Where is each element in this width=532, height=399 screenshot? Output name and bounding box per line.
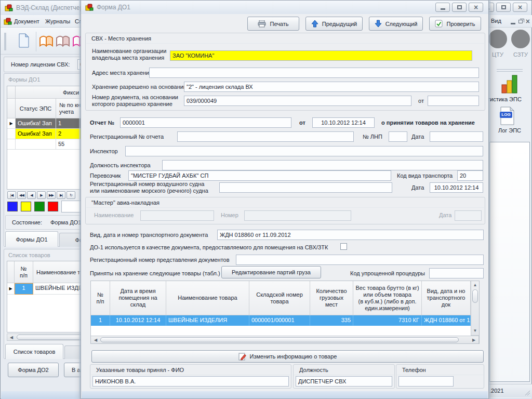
shortcut-sztu[interactable]: СЗТУ — [509, 29, 532, 66]
status-cell[interactable]: Ошибка! Зап — [16, 118, 56, 129]
menu-document[interactable]: Документ — [14, 18, 39, 24]
scroll-left-icon[interactable] — [92, 337, 99, 343]
nav-prior-button[interactable]: ◀ — [27, 191, 36, 199]
carrier-field[interactable]: "МИСТЕР ГУДБАЙ АХБК" СП — [128, 170, 391, 181]
simplified-code-field[interactable] — [429, 268, 484, 278]
dialog-titlebar[interactable]: Форма ДО1 — [81, 1, 488, 14]
nav-next-button[interactable]: ▶ — [37, 191, 46, 199]
vscroll-thumb[interactable] — [472, 289, 478, 303]
awb-number-field[interactable] — [244, 210, 351, 221]
receiver-phone-field[interactable] — [398, 376, 454, 387]
cell-warehouse-num[interactable]: 0000001/000001 — [249, 315, 310, 326]
cell-cargo-places[interactable]: 335 — [310, 315, 353, 326]
main-maximize-button[interactable] — [496, 3, 511, 12]
menu-journals[interactable]: Журналы — [45, 18, 70, 24]
legend-green[interactable] — [34, 202, 45, 211]
journal-orange-button[interactable] — [39, 34, 54, 47]
legend-red[interactable] — [48, 202, 58, 211]
reg-docs-field[interactable] — [236, 255, 484, 265]
reg-date-field[interactable] — [430, 131, 483, 142]
permit-doc-date-field[interactable] — [428, 96, 479, 106]
legend-yellow[interactable] — [21, 202, 31, 211]
org-field[interactable]: ЗАО "КОМИНА" — [170, 50, 472, 61]
dialog-close-button[interactable] — [469, 3, 483, 12]
cell-num[interactable]: 1 — [91, 315, 110, 326]
new-document-button[interactable] — [14, 30, 34, 51]
transport-code-field[interactable]: 20 — [457, 170, 483, 181]
tool-log[interactable]: LOG Лог ЭПС — [487, 107, 532, 139]
cell-gross-weight[interactable]: 7310 КГ — [353, 315, 422, 326]
inspector-post-field[interactable] — [162, 160, 483, 170]
resize-grip-icon[interactable] — [524, 390, 530, 396]
print-button[interactable]: Печать — [247, 17, 299, 31]
goods-grid-col-num[interactable]: № п/п — [15, 261, 33, 283]
reg-number-field[interactable] — [177, 131, 354, 142]
tool-statistics[interactable]: тистика ЭПС — [487, 73, 532, 104]
report-number-field[interactable]: 0000001 — [120, 117, 291, 128]
hscroll-thumb[interactable] — [100, 337, 459, 342]
scroll-right-icon[interactable] — [471, 337, 477, 343]
tab-goods-list[interactable]: Список товаров — [5, 344, 63, 359]
lnp-field[interactable] — [389, 131, 407, 142]
basis-field[interactable]: "2" - лицензия склада ВХ — [184, 82, 479, 92]
forms-grid-col-status[interactable]: Статус ЭПС — [16, 99, 56, 118]
sidebar-splitter[interactable] — [497, 69, 523, 72]
goods-table-row-1[interactable]: 1 10.10.2012 12:14 ШВЕЙНЫЕ ИЗДЕЛИЯ 00000… — [91, 315, 479, 326]
col-gross-weight[interactable]: Вес товара брутто (в кг) или объем товар… — [353, 281, 422, 315]
num-cell[interactable]: 1 — [15, 283, 33, 295]
mdi-minimize-icon[interactable] — [511, 23, 515, 24]
chart-icon — [500, 73, 521, 95]
edit-cargo-parties-button[interactable]: Редактирование партий груза — [221, 266, 321, 278]
col-cargo-places[interactable]: Количество грузовых мест — [310, 281, 353, 315]
shortcut-ctu[interactable]: ЦТУ — [486, 29, 509, 66]
mdi-close-icon[interactable] — [526, 18, 530, 25]
mdi-menu-view[interactable]: Вид — [491, 18, 501, 24]
toolbar-grip[interactable] — [4, 33, 6, 50]
col-goods-name[interactable]: Наименование товара — [166, 281, 249, 315]
awb-date-field[interactable] — [455, 210, 482, 221]
inspector-field[interactable] — [125, 146, 483, 156]
mdi-restore-icon[interactable] — [518, 20, 523, 23]
scroll-down-icon[interactable] — [472, 328, 478, 334]
next-button[interactable]: Следующий — [369, 17, 423, 31]
legend-blue[interactable] — [7, 202, 18, 211]
status-cell[interactable]: Ошибка! Зап — [16, 129, 56, 139]
nav-prior-page-button[interactable]: ◀◀ — [17, 191, 26, 199]
status-cell[interactable] — [16, 139, 56, 150]
change-goods-info-button[interactable]: Изменить информацию о товаре — [91, 350, 484, 363]
vessel-field[interactable] — [219, 182, 392, 193]
scroll-up-icon[interactable] — [472, 282, 478, 288]
receiver-post-field[interactable]: ДИСПЕТЧЕР СВХ — [296, 376, 392, 387]
do1-usage-checkbox[interactable] — [340, 243, 347, 250]
nav-refresh-button[interactable]: ↻ — [66, 191, 75, 199]
dialog-minimize-button[interactable] — [435, 3, 450, 12]
nav-last-button[interactable]: ▶| — [57, 191, 65, 199]
goods-table-hscrollbar[interactable] — [91, 336, 479, 343]
cell-transport-doc[interactable]: ЖДН 018860 от 11. — [422, 315, 471, 326]
journal-brown-button[interactable] — [56, 34, 70, 47]
goods-table-vscrollbar[interactable] — [471, 281, 479, 336]
simplified-code-label: Код упрощенной процедуры — [350, 270, 425, 276]
nav-first-button[interactable]: |◀ — [7, 191, 16, 199]
main-close-button[interactable] — [513, 3, 527, 12]
col-warehouse-num[interactable]: Складской номер товара — [249, 281, 310, 315]
transport-doc-field[interactable]: ЖДН 018860 от 11.09.2012 — [217, 230, 484, 240]
col-transport-doc[interactable]: Вид, дата и но транспортного док — [422, 281, 471, 315]
cell-goods-name[interactable]: ШВЕЙНЫЕ ИЗДЕЛИЯ — [166, 315, 249, 326]
scroll-left-icon[interactable] — [8, 335, 15, 341]
awb-name-field[interactable] — [140, 210, 214, 221]
address-field[interactable] — [149, 68, 479, 78]
verify-button[interactable]: Проверить — [429, 17, 481, 31]
cell-date-placed[interactable]: 10.10.2012 12:14 — [110, 315, 166, 326]
tab-forms-do1[interactable]: Формы ДО1 — [5, 231, 58, 247]
receiver-fio-field[interactable]: НИКОНОВ В.А. — [92, 376, 289, 387]
form-do2-button[interactable]: Форма ДО2 — [8, 363, 59, 377]
dialog-maximize-button[interactable] — [452, 3, 467, 12]
permit-doc-field[interactable]: 039/000049 — [184, 96, 411, 106]
col-num[interactable]: № п/п — [91, 281, 110, 315]
previous-button[interactable]: Предыдущий — [305, 17, 363, 31]
report-date-field[interactable]: 10.10.2012 12:14 — [312, 117, 375, 128]
col-date-placed[interactable]: Дата и время помещения на склад — [110, 281, 166, 315]
nav-next-page-button[interactable]: ▶▶ — [47, 191, 56, 199]
vessel-date-field[interactable]: 10.10.2012 12:14 — [430, 182, 483, 193]
